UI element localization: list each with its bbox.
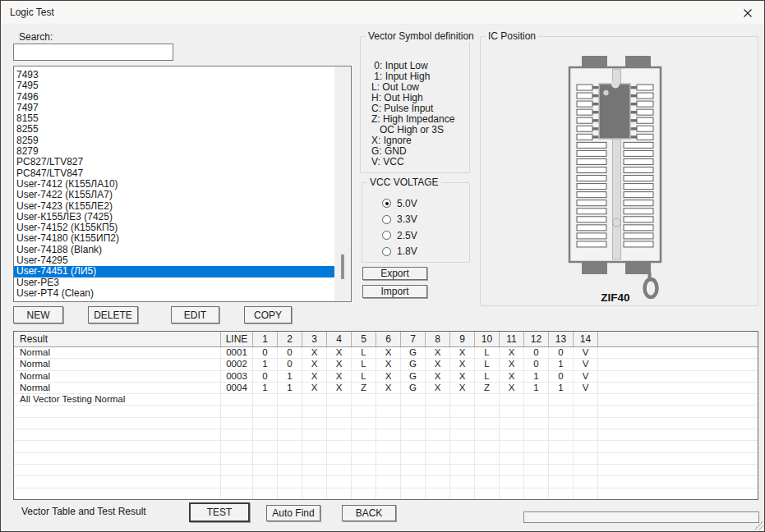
header-cell[interactable]: Result (14, 332, 221, 346)
table-row[interactable]: Normal000210XXLXGXXLX01V (14, 359, 758, 370)
header-cell[interactable]: 8 (426, 332, 450, 346)
edit-button[interactable]: EDIT (171, 306, 219, 323)
value-cell: L (352, 371, 376, 382)
header-cell[interactable]: 4 (327, 332, 352, 346)
list-item[interactable]: User-74451 (ЛИ5) (14, 266, 334, 277)
value-cell: X (302, 371, 327, 382)
value-cell: X (426, 359, 450, 369)
ic-position-groupbox: IC Position ZIF40 (480, 36, 758, 306)
header-cell[interactable]: 6 (376, 332, 401, 346)
value-cell (450, 453, 475, 464)
list-item[interactable]: User-К155ЛЕ3 (7425) (14, 212, 334, 222)
value-cell (253, 418, 278, 429)
value-cell (327, 418, 352, 429)
header-cell[interactable]: 5 (352, 332, 376, 346)
header-cell[interactable]: 14 (574, 332, 598, 346)
list-item[interactable]: User-74295 (14, 255, 334, 266)
new-button[interactable]: NEW (13, 306, 63, 323)
value-cell: 0 (278, 347, 302, 358)
list-item[interactable]: PC847/LTV847 (14, 168, 334, 179)
resize-grip[interactable] (753, 521, 763, 530)
vcc-radio-option[interactable]: 2.5V (382, 227, 417, 244)
list-item[interactable]: 8259 (14, 135, 334, 146)
value-cell: V (574, 347, 598, 358)
value-cell (524, 476, 549, 487)
header-cell[interactable]: 11 (500, 332, 524, 346)
result-cell: Normal (14, 347, 221, 358)
close-icon (743, 8, 753, 18)
header-cell[interactable]: 7 (401, 332, 426, 346)
list-item[interactable]: User-74188 (Blank) (14, 245, 334, 255)
vcc-radio-option[interactable]: 1.8V (382, 244, 417, 260)
header-cell[interactable]: 10 (475, 332, 500, 346)
list-item[interactable]: 7495 (14, 80, 334, 91)
list-item[interactable]: 7496 (14, 92, 334, 103)
table-row[interactable]: Normal000301XXLXGXXLX10V (14, 371, 758, 383)
list-item[interactable]: User-PE3 (14, 277, 334, 288)
header-cell[interactable]: 1 (253, 332, 278, 346)
value-cell (549, 429, 574, 440)
list-item[interactable]: User-74152 (К155КП5) (14, 222, 334, 233)
header-cell[interactable]: 13 (549, 332, 574, 346)
search-input[interactable] (13, 44, 173, 61)
test-button[interactable]: TEST (189, 502, 250, 522)
value-cell (352, 465, 376, 475)
value-cell (524, 453, 549, 464)
auto-find-button[interactable]: Auto Find (266, 505, 320, 521)
line-cell (221, 429, 253, 440)
vcc-voltage-group-title: VCC VOLTAGE (367, 177, 441, 188)
value-cell: X (302, 383, 327, 393)
value-cell (500, 465, 524, 475)
value-cell (278, 465, 302, 475)
value-cell (401, 476, 426, 487)
list-item[interactable]: 8279 (14, 146, 334, 157)
value-cell: X (327, 371, 352, 382)
header-cell[interactable]: LINE (221, 332, 253, 346)
delete-button[interactable]: DELETE (88, 306, 138, 323)
header-cell[interactable]: 3 (302, 332, 327, 346)
filler-cell (598, 488, 758, 499)
header-cell[interactable]: 2 (278, 332, 302, 346)
list-item[interactable]: User-7422 (К155ЛА7) (14, 190, 334, 200)
value-cell (376, 429, 401, 440)
list-item[interactable]: User-7423 (К155ЛЕ2) (14, 201, 334, 212)
back-button[interactable]: BACK (342, 505, 396, 521)
value-cell: X (426, 371, 450, 382)
vcc-radio-option[interactable]: 3.3V (382, 212, 417, 228)
value-cell: 1 (253, 383, 278, 393)
vcc-radio-option[interactable]: 5.0V (382, 195, 417, 212)
value-cell (352, 441, 376, 452)
table-row[interactable]: Normal000100XXLXGXXLX00V (14, 347, 758, 359)
header-cell[interactable]: 12 (524, 332, 549, 346)
list-item[interactable]: PC827/LTV827 (14, 157, 334, 167)
value-cell: Z (352, 383, 376, 393)
value-cell (327, 488, 352, 499)
value-cell (302, 476, 327, 487)
close-button[interactable] (739, 5, 757, 21)
list-item[interactable]: 7497 (14, 103, 334, 113)
value-cell (524, 488, 549, 499)
value-cell (401, 488, 426, 499)
list-item[interactable]: User-7412 (К155ЛА10) (14, 179, 334, 190)
copy-button[interactable]: COPY (244, 306, 292, 323)
list-scrollbar[interactable] (334, 66, 351, 301)
table-row[interactable]: All Vector Testing Normal (14, 394, 758, 406)
header-cell[interactable]: 9 (450, 332, 475, 346)
value-cell (549, 476, 574, 487)
titlebar[interactable]: Logic Test (1, 1, 764, 24)
export-button[interactable]: Export (362, 267, 427, 280)
list-item[interactable]: User-PT4 (Clean) (14, 288, 334, 299)
value-cell (401, 406, 426, 416)
list-item[interactable]: 8155 (14, 113, 334, 124)
value-cell: 0 (278, 359, 302, 369)
value-cell (352, 418, 376, 429)
list-item[interactable]: User-74180 (К155ИП2) (14, 233, 334, 244)
chip-listbox[interactable]: 74937495749674978155825582598279PC827/LT… (13, 66, 352, 302)
table-row[interactable]: Normal000411XXZXGXXZX11V (14, 383, 758, 394)
import-button[interactable]: Import (362, 285, 427, 298)
value-cell (352, 394, 376, 405)
value-cell (574, 476, 598, 487)
list-item[interactable]: 8255 (14, 124, 334, 135)
list-item[interactable]: 7493 (14, 70, 334, 80)
list-scrollbar-thumb[interactable] (341, 255, 344, 279)
